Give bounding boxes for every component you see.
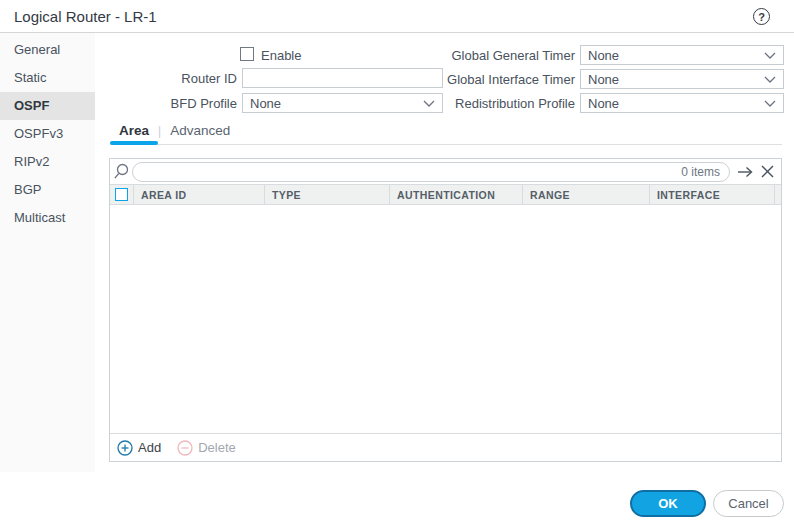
sidebar-item-ospf[interactable]: OSPF xyxy=(0,92,95,120)
chevron-down-icon xyxy=(764,52,776,59)
global-interface-timer-label: Global Interface Timer xyxy=(420,70,575,89)
add-button-label: Add xyxy=(138,440,161,455)
table-search-row: 0 items xyxy=(110,159,781,184)
global-general-timer-value: None xyxy=(588,48,764,63)
clear-filter-close-icon[interactable] xyxy=(756,161,778,183)
scrollbar-gutter xyxy=(775,185,781,204)
global-general-timer-dropdown[interactable]: None xyxy=(580,45,784,65)
dialog-titlebar: Logical Router - LR-1 ? xyxy=(0,0,794,33)
tab-area[interactable]: Area xyxy=(110,123,158,144)
ok-button[interactable]: OK xyxy=(630,490,706,517)
table-body-empty xyxy=(110,205,781,433)
column-header-authentication[interactable]: AUTHENTICATION xyxy=(390,185,523,204)
column-header-type[interactable]: TYPE xyxy=(265,185,390,204)
add-button[interactable]: Add xyxy=(117,440,161,456)
redistribution-profile-label: Redistribution Profile xyxy=(420,94,575,113)
sidebar-item-multicast[interactable]: Multicast xyxy=(0,204,95,232)
enable-checkbox[interactable] xyxy=(240,47,254,61)
table-header-row: AREA ID TYPE AUTHENTICATION RANGE INTERF… xyxy=(110,184,781,205)
select-all-checkbox[interactable] xyxy=(115,188,128,201)
chevron-down-icon xyxy=(764,100,776,107)
bfd-profile-value: None xyxy=(250,96,423,111)
global-interface-timer-dropdown[interactable]: None xyxy=(580,69,784,89)
help-icon[interactable]: ? xyxy=(753,8,770,25)
bfd-profile-dropdown[interactable]: None xyxy=(242,93,443,113)
sidebar-item-static[interactable]: Static xyxy=(0,64,95,92)
sidebar-nav: General Static OSPF OSPFv3 RIPv2 BGP Mul… xyxy=(0,33,95,472)
redistribution-profile-value: None xyxy=(588,96,764,111)
column-header-area-id[interactable]: AREA ID xyxy=(134,185,265,204)
global-general-timer-label: Global General Timer xyxy=(420,46,575,65)
sidebar-item-ripv2[interactable]: RIPv2 xyxy=(0,148,95,176)
router-id-label: Router ID xyxy=(110,69,237,88)
redistribution-profile-dropdown[interactable]: None xyxy=(580,93,784,113)
sidebar-item-ospfv3[interactable]: OSPFv3 xyxy=(0,120,95,148)
sidebar-item-bgp[interactable]: BGP xyxy=(0,176,95,204)
apply-filter-arrow-icon[interactable] xyxy=(734,161,756,183)
sidebar-item-general[interactable]: General xyxy=(0,36,95,64)
delete-button-label: Delete xyxy=(198,440,236,455)
enable-label: Enable xyxy=(261,48,301,63)
router-id-input[interactable] xyxy=(242,68,443,88)
search-icon[interactable] xyxy=(111,162,131,182)
add-plus-icon xyxy=(117,440,133,456)
logical-router-dialog: Logical Router - LR-1 ? General Static O… xyxy=(0,0,794,530)
bfd-profile-label: BFD Profile xyxy=(110,94,237,113)
delete-button[interactable]: Delete xyxy=(177,440,236,456)
global-interface-timer-value: None xyxy=(588,72,764,87)
dialog-title: Logical Router - LR-1 xyxy=(14,8,157,25)
tab-advanced[interactable]: Advanced xyxy=(161,123,239,144)
cancel-button[interactable]: Cancel xyxy=(713,490,784,517)
items-count: 0 items xyxy=(681,165,720,179)
column-header-range[interactable]: RANGE xyxy=(523,185,650,204)
column-header-interface[interactable]: INTERFACE xyxy=(650,185,775,204)
search-input[interactable]: 0 items xyxy=(132,162,730,182)
area-table: 0 items AREA ID TYPE AUTHENTICATI xyxy=(109,158,782,462)
chevron-down-icon xyxy=(764,76,776,83)
tab-bar: Area | Advanced xyxy=(110,120,782,145)
table-footer: Add Delete xyxy=(110,433,781,461)
select-all-checkbox-cell xyxy=(110,185,134,204)
search-input-field[interactable] xyxy=(142,165,681,179)
delete-minus-icon xyxy=(177,440,193,456)
